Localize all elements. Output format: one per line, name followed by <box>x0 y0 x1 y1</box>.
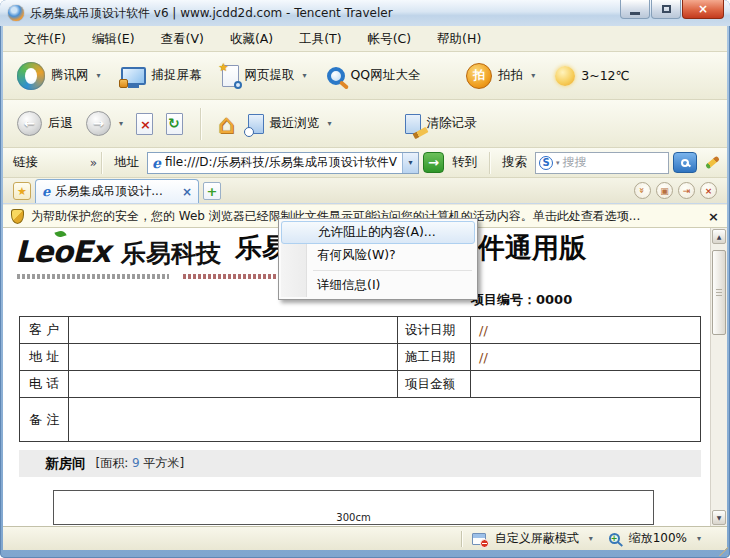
row-value2-cell[interactable]: // <box>471 317 700 343</box>
menu-view[interactable]: 查看(V) <box>148 26 217 51</box>
menu-item-allow-blocked-content[interactable]: 允许阻止的内容(A)... <box>281 221 475 244</box>
menu-item-more-info[interactable]: 详细信息(I) <box>281 274 475 297</box>
refresh-icon: ↻ <box>168 115 180 131</box>
addr-separator2 <box>489 152 490 174</box>
title-bar[interactable]: 乐易集成吊顶设计软件 v6 | www.jcdd2d.com - Tencent… <box>0 0 730 26</box>
dropdown-icon[interactable]: ▾ <box>328 119 332 128</box>
logo-text-cn: 乐易科技 <box>121 239 221 268</box>
stop-icon: × <box>140 117 151 132</box>
recent-browsing-button[interactable]: 最近浏览 ▾ <box>248 114 332 134</box>
broom-icon <box>405 114 421 134</box>
links-label: 链接 <box>13 154 38 171</box>
qq-logo-icon <box>17 62 45 90</box>
overflow-chevron-icon[interactable]: » <box>90 156 97 170</box>
zoom-dropdown-icon[interactable]: ▾ <box>697 534 701 543</box>
tencent-web-button[interactable]: 腾讯网 ▾ <box>17 62 101 90</box>
search-icon <box>681 159 689 167</box>
scrollbar-thumb[interactable] <box>712 250 726 335</box>
row-value-cell[interactable] <box>69 398 700 441</box>
dropdown-icon[interactable]: ▾ <box>531 71 535 80</box>
row-value2-cell[interactable] <box>471 371 700 397</box>
table-row: 客 户 设计日期 // <box>20 317 700 344</box>
links-toolbar[interactable]: 链接 » <box>3 154 97 171</box>
home-icon: ⌂ <box>218 114 235 134</box>
search-label: 搜索 <box>502 154 527 171</box>
clock-icon <box>244 127 254 137</box>
search-placeholder: 搜搜 <box>563 154 587 171</box>
menu-help[interactable]: 帮助(H) <box>424 26 494 51</box>
search-input[interactable]: S ▾ 搜搜 <box>535 152 669 174</box>
minimize-button[interactable] <box>620 0 650 19</box>
qq-sites-button[interactable]: QQ网址大全 <box>327 67 421 85</box>
block-mode-label[interactable]: 自定义屏蔽模式 <box>495 530 579 547</box>
scroll-down-button[interactable]: ▼ <box>712 510 726 525</box>
recent-history-icon <box>248 114 264 134</box>
forward-button[interactable]: → ▾ <box>86 111 123 136</box>
logo-text-en: LeoEx <box>15 234 110 269</box>
block-mode-dropdown-icon[interactable]: ▾ <box>589 534 593 543</box>
row-label2: 施工日期 <box>398 344 471 370</box>
menu-file[interactable]: 文件(F) <box>11 26 79 51</box>
home-button[interactable]: ⌂ <box>218 114 235 134</box>
go-label[interactable]: 转到 <box>452 154 477 171</box>
tab-close-icon[interactable]: × <box>182 185 192 199</box>
zoom-icon: + <box>609 533 620 544</box>
row-value-cell[interactable] <box>69 344 398 370</box>
go-button[interactable]: → <box>423 152 444 173</box>
window-controls: × <box>620 0 724 19</box>
active-tab[interactable]: e 乐易集成吊顶设计... × <box>35 179 199 203</box>
room-drawing[interactable]: 300cm <box>53 490 654 525</box>
page-extract-button[interactable]: ★ 网页提取 ▾ <box>222 65 307 87</box>
address-value[interactable]: file:///D:/乐易科技/乐易集成吊顶设计软件V <box>165 154 402 171</box>
favorites-button[interactable]: ★ <box>13 182 31 200</box>
menu-separator <box>313 270 472 271</box>
pin-tab-button[interactable]: ⇥ <box>678 182 695 199</box>
row-label: 备 注 <box>20 398 69 441</box>
search-button[interactable] <box>673 152 697 173</box>
menu-favorites[interactable]: 收藏(A) <box>217 26 286 51</box>
address-dropdown-button[interactable]: ▾ <box>402 153 418 173</box>
room-dimension-label: 300cm <box>54 512 653 523</box>
penguin-icon <box>25 68 37 84</box>
stop-button[interactable]: × <box>136 113 153 135</box>
new-tab-button[interactable]: + <box>203 182 221 200</box>
address-input[interactable]: e file:///D:/乐易科技/乐易集成吊顶设计软件V ▾ <box>147 152 419 174</box>
weather-widget[interactable]: 3~12℃ <box>555 66 629 86</box>
row-value-cell[interactable] <box>69 317 398 343</box>
security-shield-icon <box>11 209 24 224</box>
status-separator <box>461 531 462 547</box>
restore-tab-button[interactable]: ▣ <box>656 182 673 199</box>
paipai-button[interactable]: 拍 拍拍 ▾ <box>466 63 535 89</box>
row-value-cell[interactable] <box>69 371 398 397</box>
vertical-scrollbar[interactable]: ▲ ▼ <box>710 228 727 526</box>
row-value2-cell[interactable]: // <box>471 344 700 370</box>
zoom-label[interactable]: 缩放100% <box>629 530 687 547</box>
search-engine-dropdown-icon[interactable]: ▾ <box>556 159 560 167</box>
refresh-button[interactable]: ↻ <box>166 113 183 135</box>
maximize-button[interactable] <box>651 0 681 19</box>
close-tab-button[interactable]: × <box>700 182 717 199</box>
back-button[interactable]: ← 后退 <box>17 111 73 136</box>
menu-bar: 文件(F) 编辑(E) 查看(V) 收藏(A) 工具(T) 帐号(C) 帮助(H… <box>3 26 727 52</box>
tab-list-button[interactable]: » <box>634 182 651 199</box>
magnifier-icon <box>327 67 345 85</box>
dropdown-icon[interactable]: ▾ <box>303 71 307 80</box>
pencil-edit-icon[interactable] <box>705 156 720 169</box>
clear-history-button[interactable]: 清除记录 <box>405 114 477 134</box>
room-area: [面积: 9 平方米] <box>96 455 185 472</box>
back-icon: ← <box>17 111 42 136</box>
menu-account[interactable]: 帐号(C) <box>355 26 424 51</box>
menu-item-what-is-risk[interactable]: 有何风险(W)? <box>281 244 475 267</box>
nav-toolbar: ← 后退 → ▾ × ↻ ⌂ 最近浏览 ▾ 清除记录 <box>3 100 727 148</box>
infobar-close-icon[interactable]: × <box>708 209 719 224</box>
screen-capture-button[interactable]: 捕捉屏幕 <box>121 67 202 85</box>
dropdown-icon[interactable]: ▾ <box>97 71 101 80</box>
row-label: 电 话 <box>20 371 69 397</box>
close-button[interactable]: × <box>682 0 724 19</box>
dropdown-icon[interactable]: ▾ <box>119 119 123 128</box>
menu-edit[interactable]: 编辑(E) <box>79 26 148 51</box>
menu-tools[interactable]: 工具(T) <box>286 26 354 51</box>
scroll-up-button[interactable]: ▲ <box>712 229 726 244</box>
room-name: 新房间 <box>45 455 86 473</box>
addr-separator <box>101 152 102 174</box>
